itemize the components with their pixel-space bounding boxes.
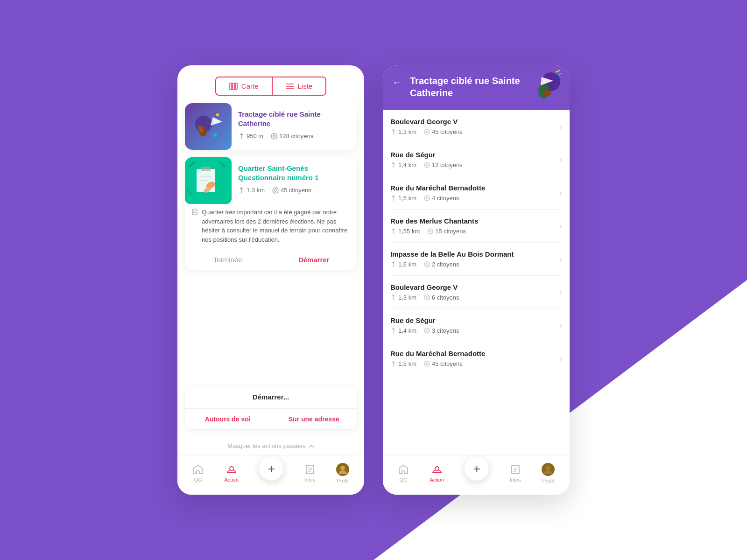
card-distance-1: 950 m [238, 133, 263, 140]
phone-1: Carte Liste [177, 65, 364, 495]
street-citizens-1: 12 citoyens [424, 161, 463, 168]
card-title-2: Quartier Saint-Genès Questionnaire numér… [238, 164, 350, 182]
nav-qg-1[interactable]: QG [192, 464, 204, 483]
street-item-0[interactable]: Boulevard George V 1,3 km 45 citoyens › [390, 110, 562, 143]
street-citizens-2: 4 citoyens [424, 195, 459, 202]
street-info-2: Rue du Maréchal Bernadotte 1,5 km 4 cito… [390, 184, 559, 202]
nav-action-1[interactable]: Action [224, 464, 239, 483]
sur-une-adresse-option[interactable]: Sur une adresse [271, 409, 357, 429]
nav-qg-2[interactable]: QG [398, 464, 409, 483]
street-distance-5: 1,3 km [390, 294, 416, 301]
svg-point-43 [424, 129, 430, 134]
card-image-2 [185, 157, 232, 204]
start-options: Autours de soi Sur une adresse [185, 409, 357, 429]
header-illustration [528, 68, 565, 105]
nav-plus-1[interactable]: + [259, 456, 283, 481]
street-citizens-7: 45 citoyens [424, 360, 463, 367]
street-chevron-7: › [559, 354, 562, 364]
card-citizens-2: 45 citoyens [272, 187, 311, 194]
svg-point-44 [426, 131, 428, 133]
card-content-1: Tractage ciblé rue Sainte Catherine 950 … [232, 103, 357, 150]
svg-point-46 [426, 164, 428, 166]
svg-point-51 [424, 262, 430, 267]
street-meta-4: 1,6 km 2 citoyens [390, 261, 559, 268]
street-citizens-0: 45 citoyens [424, 128, 463, 135]
street-item-3[interactable]: Rue des Merlus Chantants 1,55 km 15 cito… [390, 210, 562, 243]
toggle-bar: Carte Liste [177, 65, 364, 103]
street-item-4[interactable]: Impasse de la Belle Au Bois Dormant 1,6 … [390, 243, 562, 276]
svg-point-56 [426, 330, 428, 332]
nav-infos-2[interactable]: Infos [510, 464, 521, 483]
autours-de-soi-option[interactable]: Autours de soi [185, 409, 271, 429]
street-citizens-3: 15 citoyens [427, 228, 466, 235]
terminee-button[interactable]: Terminée [185, 249, 271, 270]
street-citizens-5: 6 citoyens [424, 294, 459, 301]
street-item-7[interactable]: Rue du Maréchal Bernadotte 1,5 km 45 cit… [390, 342, 562, 375]
card-title-1: Tractage ciblé rue Sainte Catherine [238, 110, 350, 128]
street-info-6: Rue de Ségur 1,4 km 3 citoyens [390, 316, 559, 334]
street-info-0: Boulevard George V 1,3 km 45 citoyens [390, 118, 559, 135]
street-info-7: Rue du Maréchal Bernadotte 1,5 km 45 cit… [390, 350, 559, 367]
demarrer-button[interactable]: Démarrer [271, 249, 357, 270]
street-name-5: Boulevard George V [390, 283, 559, 291]
svg-point-25 [273, 188, 278, 193]
svg-point-13 [271, 133, 277, 139]
street-list: Boulevard George V 1,3 km 45 citoyens › … [383, 110, 570, 455]
toggle-group: Carte Liste [215, 77, 326, 96]
street-name-7: Rue du Maréchal Bernadotte [390, 350, 559, 357]
svg-point-47 [424, 196, 430, 201]
svg-rect-60 [512, 465, 519, 474]
street-chevron-2: › [559, 188, 562, 198]
nav-profil-1[interactable]: Profil [336, 463, 349, 483]
svg-rect-17 [201, 167, 211, 171]
nav-action-2[interactable]: Action [430, 464, 444, 483]
svg-rect-2 [235, 83, 237, 90]
street-citizens-4: 2 citoyens [424, 261, 459, 268]
svg-rect-27 [192, 209, 197, 215]
phones-container: Carte Liste [177, 65, 570, 495]
svg-point-45 [424, 162, 430, 168]
street-meta-2: 1,5 km 4 citoyens [390, 195, 559, 202]
svg-point-48 [426, 197, 428, 199]
nav-profil-2[interactable]: Profil [542, 463, 555, 483]
avatar-2 [542, 463, 555, 476]
street-meta-1: 1,4 km 12 citoyens [390, 161, 559, 168]
phone-2-header: ← Tractage ciblé rue Sainte Catherine [383, 65, 570, 110]
svg-point-30 [230, 467, 233, 470]
svg-rect-31 [306, 465, 314, 474]
card-content-2: Quartier Saint-Genès Questionnaire numér… [232, 157, 357, 204]
street-item-6[interactable]: Rue de Ségur 1,4 km 3 citoyens › [390, 309, 562, 342]
street-distance-7: 1,5 km [390, 360, 416, 367]
street-item-1[interactable]: Rue de Ségur 1,4 km 12 citoyens › [390, 143, 562, 176]
start-section: Démarrer... Autours de soi Sur une adres… [185, 385, 357, 429]
card-top-1: Tractage ciblé rue Sainte Catherine 950 … [185, 103, 357, 150]
carte-tab[interactable]: Carte [216, 77, 273, 95]
street-chevron-1: › [559, 155, 562, 165]
street-name-4: Impasse de la Belle Au Bois Dormant [390, 250, 559, 258]
street-meta-5: 1,3 km 6 citoyens [390, 294, 559, 301]
street-item-2[interactable]: Rue du Maréchal Bernadotte 1,5 km 4 cito… [390, 176, 562, 210]
street-info-5: Boulevard George V 1,3 km 6 citoyens [390, 283, 559, 301]
street-item-5[interactable]: Boulevard George V 1,3 km 6 citoyens › [390, 276, 562, 309]
nav-infos-1[interactable]: Infos [304, 464, 316, 483]
svg-point-55 [424, 328, 430, 333]
action-card-2: Quartier Saint-Genès Questionnaire numér… [185, 157, 357, 270]
street-name-6: Rue de Ségur [390, 316, 559, 324]
svg-point-54 [426, 297, 428, 299]
svg-rect-0 [230, 83, 232, 90]
street-info-4: Impasse de la Belle Au Bois Dormant 1,6 … [390, 250, 559, 268]
street-name-0: Boulevard George V [390, 118, 559, 126]
nav-plus-2[interactable]: + [465, 456, 489, 481]
liste-tab[interactable]: Liste [273, 77, 326, 95]
svg-point-53 [424, 295, 430, 300]
back-button[interactable]: ← [392, 77, 402, 89]
card-meta-2: 1,3 km 45 citoyens [238, 187, 350, 194]
street-distance-3: 1,55 km [390, 228, 420, 235]
bottom-nav-2: QG Action + Infos Profil [383, 455, 570, 495]
action-card-1: Tractage ciblé rue Sainte Catherine 950 … [185, 103, 357, 150]
street-info-1: Rue de Ségur 1,4 km 12 citoyens [390, 151, 559, 168]
masquer-bar[interactable]: Masquer les actions passées [177, 437, 364, 455]
card-distance-2: 1,3 km [238, 187, 265, 194]
start-label: Démarrer... [185, 385, 357, 409]
street-meta-6: 1,4 km 3 citoyens [390, 327, 559, 334]
